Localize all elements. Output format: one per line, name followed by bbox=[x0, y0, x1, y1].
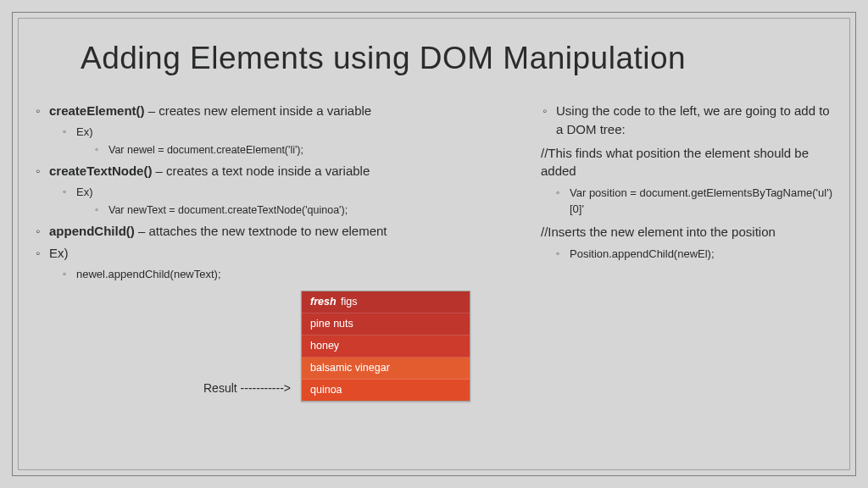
desc-append-child: – attaches the new textnode to new eleme… bbox=[135, 224, 387, 238]
comment-find-position: //This finds what position the element s… bbox=[541, 144, 834, 180]
list-item: quinoa bbox=[302, 380, 470, 401]
slide-content: Adding Elements using DOM Manipulation c… bbox=[34, 30, 834, 463]
code-create-element: Var newel = document.createElement('li')… bbox=[85, 142, 517, 158]
right-column: Using the code to the left, we are going… bbox=[541, 98, 834, 402]
code-insert: Position.appendChild(newEl); bbox=[546, 246, 834, 263]
intro-text: Using the code to the left, we are going… bbox=[541, 102, 834, 139]
desc-create-element: – creates new element inside a variable bbox=[145, 103, 372, 118]
desc-create-textnode: – creates a text node inside a variable bbox=[152, 164, 370, 178]
code-create-textnode: Var newText = document.createTextNode('q… bbox=[85, 202, 517, 219]
example-label-3: Ex) bbox=[34, 244, 517, 263]
example-label-1: Ex) bbox=[53, 124, 517, 141]
result-label: Result -----------> bbox=[203, 381, 291, 395]
result-listbox: fresh figspine nutshoneybalsamic vinegar… bbox=[301, 291, 470, 402]
list-item: honey bbox=[302, 336, 470, 358]
bullet-append-child: appendChild() – attaches the new textnod… bbox=[34, 222, 517, 241]
list-item: balsamic vinegar bbox=[302, 358, 470, 380]
term-create-textnode: createTextNode() bbox=[49, 164, 152, 178]
term-append-child: appendChild() bbox=[49, 224, 135, 238]
code-append-child: newel.appendChild(newText); bbox=[53, 266, 517, 283]
page-title: Adding Elements using DOM Manipulation bbox=[81, 41, 834, 76]
bullet-create-textnode: createTextNode() – creates a text node i… bbox=[34, 162, 517, 180]
example-label-2: Ex) bbox=[53, 184, 517, 201]
bullet-create-element: createElement() – creates new element in… bbox=[34, 102, 517, 120]
left-column: createElement() – creates new element in… bbox=[34, 98, 517, 402]
comment-insert: //Inserts the new element into the posit… bbox=[541, 223, 834, 241]
code-find-position: Var position = document.getElementsByTag… bbox=[546, 185, 834, 218]
list-item: pine nuts bbox=[302, 313, 470, 336]
list-item: fresh figs bbox=[302, 291, 470, 313]
term-create-element: createElement() bbox=[49, 103, 145, 118]
